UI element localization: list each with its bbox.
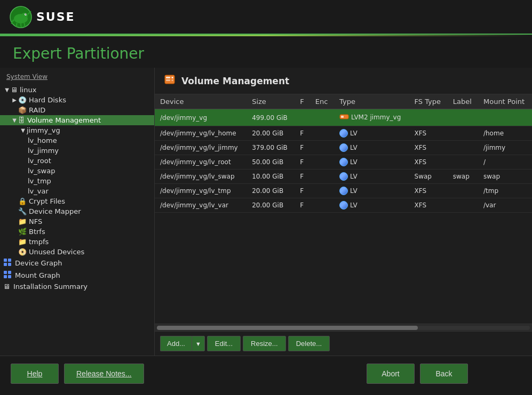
sidebar-item-label: Btrfs [29, 228, 45, 236]
device-mapper-icon: 🔧 [18, 207, 27, 215]
svg-point-2 [21, 13, 28, 18]
toggle-icon: ▼ [11, 117, 18, 123]
abort-button[interactable]: Abort [367, 364, 415, 384]
sidebar-item-device-mapper[interactable]: 🔧 Device Mapper [0, 206, 154, 216]
sidebar-item-label: NFS [29, 217, 42, 225]
sidebar[interactable]: System View ▼ 🖥 linux ▶ 💿 Hard Disks 📦 R… [0, 68, 155, 356]
svg-rect-14 [166, 77, 170, 78]
lv-icon [339, 143, 348, 152]
table-row[interactable]: /dev/jimmy_vg/lv_jimmy379.00 GiBFLVXFS/j… [155, 141, 532, 155]
sidebar-item-label: lv_jimmy [28, 147, 59, 155]
sidebar-item-raid[interactable]: 📦 RAID [0, 105, 154, 115]
main-layout: System View ▼ 🖥 linux ▶ 💿 Hard Disks 📦 R… [0, 68, 532, 356]
content-header: Volume Management [155, 68, 532, 94]
horizontal-scrollbar[interactable] [155, 324, 532, 331]
cell-type: LV [350, 187, 358, 195]
col-fs-type: FS Type [409, 94, 448, 109]
installation-summary-icon: 🖥 [3, 283, 10, 291]
sidebar-item-crypt-files[interactable]: 🔒 Crypt Files [0, 196, 154, 206]
sidebar-item-nfs[interactable]: 📁 NFS [0, 216, 154, 227]
cell-type: LV [350, 144, 358, 151]
sidebar-item-label: lv_root [28, 157, 51, 165]
col-type: Type [334, 94, 409, 109]
table-row[interactable]: /dev/jimmy_vg499.00 GiB LVM2 jimmy_vg [155, 109, 532, 126]
sidebar-item-device-graph[interactable]: Device Graph [0, 257, 154, 269]
sidebar-item-volume-management[interactable]: ▼ 🗄 Volume Management [0, 115, 154, 125]
lv-icon [339, 172, 348, 181]
action-buttons-bar: Add... ▼ Edit... Resize... Delete... [155, 331, 532, 356]
svg-rect-6 [8, 259, 11, 262]
toggle-icon: ▶ [11, 97, 18, 103]
sidebar-item-tmpfs[interactable]: 📁 tmpfs [0, 237, 154, 247]
sidebar-item-label: Unused Devices [29, 248, 84, 256]
sidebar-item-lv-tmp[interactable]: lv_tmp [0, 176, 154, 186]
lv-icon [339, 201, 348, 209]
cell-type: LV [350, 173, 358, 180]
sidebar-item-lv-var[interactable]: lv_var [0, 186, 154, 196]
sidebar-item-lv-root[interactable]: lv_root [0, 156, 154, 166]
add-dropdown-button[interactable]: ▼ [192, 336, 205, 351]
disk-icon: 💿 [18, 96, 27, 104]
svg-rect-10 [8, 271, 11, 274]
raid-icon: 📦 [18, 106, 27, 114]
sidebar-item-hard-disks[interactable]: ▶ 💿 Hard Disks [0, 95, 154, 105]
footer: Help Release Notes... Abort Back Next [0, 356, 532, 391]
cell-type: LVM2 jimmy_vg [351, 114, 401, 121]
svg-point-4 [26, 13, 27, 14]
mount-graph-icon [3, 270, 12, 280]
sidebar-item-label: lv_var [28, 187, 49, 195]
table-row[interactable]: /dev/jimmy_vg/lv_root50.00 GiBFLVXFS/ [155, 155, 532, 170]
btrfs-icon: 🌿 [18, 228, 27, 236]
col-device: Device [155, 94, 247, 109]
suse-logo-text: SUSE [36, 10, 75, 23]
sidebar-item-installation-summary[interactable]: 🖥 Installation Summary [0, 281, 154, 292]
table-row[interactable]: /dev/jimmy_vg/lv_tmp20.00 GiBFLVXFS/tmp [155, 184, 532, 198]
svg-rect-15 [166, 79, 170, 81]
suse-logo: SUSE [10, 6, 75, 28]
table-row[interactable]: /dev/jimmy_vg/lv_swap10.00 GiBFLVSwapswa… [155, 170, 532, 184]
delete-button[interactable]: Delete... [288, 336, 330, 351]
sidebar-item-lv-jimmy[interactable]: lv_jimmy [0, 146, 154, 156]
edit-button[interactable]: Edit... [207, 336, 241, 351]
sidebar-item-label: lv_swap [28, 167, 55, 175]
sidebar-item-label: Volume Management [27, 116, 101, 124]
toggle-icon: ▼ [19, 127, 27, 133]
sidebar-item-lv-swap[interactable]: lv_swap [0, 166, 154, 176]
sidebar-item-unused-devices[interactable]: 📀 Unused Devices [0, 247, 154, 257]
sidebar-item-label: Device Graph [15, 259, 62, 267]
add-button[interactable]: Add... [160, 336, 192, 351]
partitions-table: Device Size F Enc Type FS Type Label Mou… [155, 94, 532, 213]
svg-rect-8 [8, 263, 11, 266]
table-row[interactable]: /dev/jimmy_vg/lv_var20.00 GiBFLVXFS/var [155, 198, 532, 213]
sidebar-item-jimmy-vg[interactable]: ▼ jimmy_vg [0, 125, 154, 135]
sidebar-item-linux[interactable]: ▼ 🖥 linux [0, 85, 154, 95]
col-f: F [295, 94, 310, 109]
release-notes-button[interactable]: Release Notes... [64, 364, 144, 384]
sidebar-title: System View [0, 71, 154, 85]
svg-rect-7 [4, 263, 7, 266]
sidebar-item-btrfs[interactable]: 🌿 Btrfs [0, 227, 154, 237]
add-button-wrapper: Add... ▼ [160, 336, 205, 351]
crypt-icon: 🔒 [18, 197, 27, 205]
svg-rect-9 [4, 271, 7, 274]
device-graph-icon [3, 258, 12, 268]
sidebar-item-label: jimmy_vg [27, 126, 60, 134]
page-title-bar: Expert Partitioner [0, 36, 532, 68]
sidebar-item-label: RAID [29, 106, 45, 114]
nfs-icon: 📁 [18, 217, 27, 225]
resize-button[interactable]: Resize... [243, 336, 286, 351]
sidebar-item-label: tmpfs [29, 238, 49, 246]
back-button[interactable]: Back [420, 364, 468, 384]
svg-point-17 [172, 79, 173, 81]
table-row[interactable]: /dev/jimmy_vg/lv_home20.00 GiBFLVXFS/hom… [155, 126, 532, 141]
help-button[interactable]: Help [11, 364, 59, 384]
svg-rect-12 [8, 275, 11, 278]
sidebar-item-label: Mount Graph [15, 271, 60, 279]
vg-icon [339, 112, 349, 123]
sidebar-item-mount-graph[interactable]: Mount Graph [0, 269, 154, 281]
sidebar-item-label: Hard Disks [29, 96, 66, 104]
col-size: Size [247, 94, 295, 109]
tmpfs-icon: 📁 [18, 238, 27, 246]
table-container[interactable]: Device Size F Enc Type FS Type Label Mou… [155, 94, 532, 324]
sidebar-item-lv-home[interactable]: lv_home [0, 135, 154, 146]
